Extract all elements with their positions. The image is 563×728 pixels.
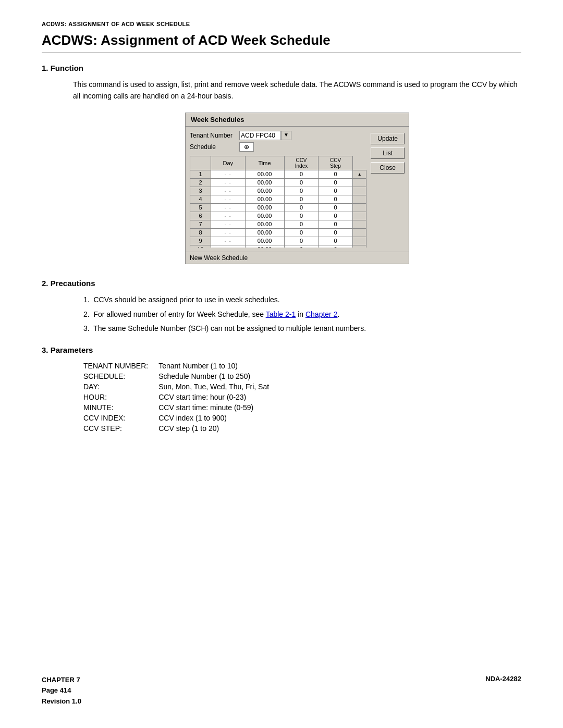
schedule-label: Schedule	[190, 143, 239, 151]
main-title: ACDWS: Assignment of ACD Week Schedule	[42, 32, 521, 53]
tenant-input[interactable]	[239, 131, 281, 140]
footer-revision: Revision 1.0	[42, 696, 81, 707]
section2-title: Precautions	[51, 279, 95, 288]
param-value: Tenant Number (1 to 10)	[158, 361, 273, 371]
param-key: TENANT NUMBER:	[83, 361, 158, 371]
footer-right: NDA-24282	[485, 675, 521, 683]
table-link[interactable]: Table 2-1	[266, 310, 296, 318]
param-key: HOUR:	[83, 392, 158, 402]
row-num: 9	[190, 237, 211, 245]
row-num: 3	[190, 187, 211, 195]
section1-title: Function	[51, 64, 83, 72]
row-ccv-index: 0	[284, 170, 319, 178]
param-value: CCV step (1 to 20)	[158, 423, 273, 434]
dialog-body: Tenant Number ▼ Schedule Day	[186, 127, 409, 252]
dialog-left-panel: Tenant Number ▼ Schedule Day	[190, 131, 366, 248]
section1-number: 1.	[42, 64, 48, 72]
dialog-footer: New Week Schedule	[186, 252, 409, 264]
param-value: Sun, Mon, Tue, Wed, Thu, Fri, Sat	[158, 381, 273, 392]
dialog-right-panel: Update List Close	[371, 131, 405, 248]
row-day: - -	[211, 203, 245, 212]
param-value: CCV index (1 to 900)	[158, 413, 273, 423]
schedule-table: Day Time CCVIndex CCVStep 1 - - 00.00 0 …	[190, 156, 366, 248]
footer-left: CHAPTER 7 Page 414 Revision 1.0	[42, 675, 81, 707]
row-num: 8	[190, 228, 211, 237]
row-num: 1	[190, 170, 211, 178]
th-day: Day	[211, 156, 245, 170]
row-ccv-index: 0	[284, 245, 319, 248]
row-ccv-step: 0	[319, 203, 353, 212]
tenant-label: Tenant Number	[190, 132, 239, 139]
row-day: - -	[211, 170, 245, 178]
row-day: - -	[211, 178, 245, 187]
row-ccv-step: 0	[319, 245, 353, 248]
schedule-table-wrapper: Day Time CCVIndex CCVStep 1 - - 00.00 0 …	[190, 154, 366, 248]
footer-chapter: CHAPTER 7	[42, 675, 81, 686]
row-time: 00.00	[245, 212, 284, 220]
row-day: - -	[211, 212, 245, 220]
section2-heading: 2. Precautions	[42, 279, 521, 288]
top-label: ACDWS: ASSIGNMENT OF ACD WEEK SCHEDULE	[42, 21, 521, 27]
update-button[interactable]: Update	[371, 133, 405, 144]
close-button[interactable]: Close	[371, 162, 405, 174]
table-row: 8 - - 00.00 0 0	[190, 228, 366, 237]
row-time: 00.00	[245, 220, 284, 228]
section3: 3. Parameters TENANT NUMBER: Tenant Numb…	[42, 346, 521, 434]
section2-number: 2.	[42, 279, 48, 288]
table-row: 1 - - 00.00 0 0 ▲	[190, 170, 366, 178]
schedule-row: Schedule	[190, 142, 366, 152]
tenant-dropdown-arrow[interactable]: ▼	[281, 131, 291, 140]
precaution-1: 1. CCVs should be assigned prior to use …	[83, 294, 521, 306]
params-table: TENANT NUMBER: Tenant Number (1 to 10) S…	[83, 361, 273, 434]
row-num: 10	[190, 245, 211, 248]
row-time: 00.00	[245, 245, 284, 248]
section2: 2. Precautions 1. CCVs should be assigne…	[42, 279, 521, 335]
param-row: DAY: Sun, Mon, Tue, Wed, Thu, Fri, Sat	[83, 381, 273, 392]
row-time: 00.00	[245, 203, 284, 212]
param-key: DAY:	[83, 381, 158, 392]
dialog-title: Week Schedules	[186, 113, 409, 127]
precaution-2: 2. For allowed number of entry for Week …	[83, 309, 521, 321]
schedule-input[interactable]	[239, 142, 254, 152]
row-num: 6	[190, 212, 211, 220]
th-empty	[190, 156, 211, 170]
row-ccv-step: 0	[319, 187, 353, 195]
row-num: 7	[190, 220, 211, 228]
row-ccv-index: 0	[284, 203, 319, 212]
precaution-1-text: CCVs should be assigned prior to use in …	[93, 295, 279, 304]
row-ccv-index: 0	[284, 220, 319, 228]
row-day	[211, 245, 245, 248]
row-ccv-step: 0	[319, 170, 353, 178]
precaution-2-text: For allowed number of entry for Week Sch…	[93, 310, 339, 318]
table-row: 5 - - 00.00 0 0	[190, 203, 366, 212]
precaution-3: 3. The same Schedule Number (SCH) can no…	[83, 323, 521, 335]
row-time: 00.00	[245, 187, 284, 195]
table-row: 7 - - 00.00 0 0	[190, 220, 366, 228]
dialog-container: Week Schedules Tenant Number ▼ Schedule	[73, 113, 521, 264]
row-num: 2	[190, 178, 211, 187]
row-ccv-step: 0	[319, 237, 353, 245]
precaution-3-text: The same Schedule Number (SCH) can not b…	[93, 324, 366, 332]
row-ccv-step: 0	[319, 195, 353, 203]
row-day: - -	[211, 237, 245, 245]
param-key: CCV STEP:	[83, 423, 158, 434]
row-ccv-step: 0	[319, 228, 353, 237]
row-ccv-step: 0	[319, 178, 353, 187]
table-row: 2 - - 00.00 0 0	[190, 178, 366, 187]
param-key: MINUTE:	[83, 402, 158, 413]
chapter-link[interactable]: Chapter 2	[305, 310, 337, 318]
row-time: 00.00	[245, 178, 284, 187]
list-button[interactable]: List	[371, 147, 405, 159]
row-day: - -	[211, 220, 245, 228]
row-ccv-index: 0	[284, 195, 319, 203]
row-ccv-index: 0	[284, 178, 319, 187]
row-ccv-index: 0	[284, 228, 319, 237]
row-ccv-index: 0	[284, 187, 319, 195]
table-row: 9 - - 00.00 0 0	[190, 237, 366, 245]
row-ccv-step: 0	[319, 212, 353, 220]
precaution-list: 1. CCVs should be assigned prior to use …	[83, 294, 521, 335]
page-footer: CHAPTER 7 Page 414 Revision 1.0 NDA-2428…	[42, 675, 521, 707]
table-row: 6 - - 00.00 0 0	[190, 212, 366, 220]
row-time: 00.00	[245, 195, 284, 203]
row-time: 00.00	[245, 228, 284, 237]
